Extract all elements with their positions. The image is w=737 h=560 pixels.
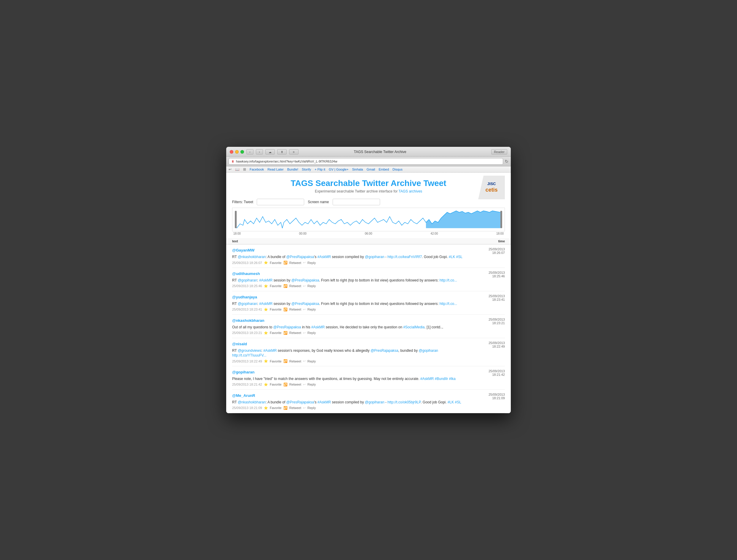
bookmark-facebook[interactable]: Facebook bbox=[250, 168, 264, 171]
hashtag-link[interactable]: #SL bbox=[455, 400, 461, 404]
tweet-username[interactable]: @nkashokbharan bbox=[232, 318, 265, 323]
close-button[interactable] bbox=[230, 150, 233, 154]
reply-button[interactable]: Reply bbox=[308, 359, 316, 363]
hashtag-link[interactable]: #AskMR bbox=[318, 400, 331, 404]
hashtag-link[interactable]: #BundlIr bbox=[435, 377, 448, 381]
retweet-button[interactable]: Retweet bbox=[289, 359, 301, 363]
address-bar[interactable]: ⏸ hawksey.info/tagsexplorer/arc.html?key… bbox=[229, 158, 503, 165]
screenname-filter-input[interactable] bbox=[333, 199, 380, 205]
hashtag-link[interactable]: #AskMR bbox=[259, 302, 273, 306]
favorite-button[interactable]: Favorite bbox=[270, 308, 282, 311]
favorite-button[interactable]: Favorite bbox=[270, 261, 282, 265]
column-headers: text time bbox=[226, 238, 511, 244]
tweet-text: RT @nkashokbharan: A bundle of @PresRaja… bbox=[232, 254, 505, 260]
favorite-button[interactable]: Favorite bbox=[270, 406, 282, 410]
hashtag-link[interactable]: #LK bbox=[448, 400, 454, 404]
tweet-username[interactable]: @nisald bbox=[232, 342, 247, 346]
bookmark-disqus[interactable]: Disqus bbox=[392, 168, 402, 171]
reply-button[interactable]: Reply bbox=[308, 331, 316, 335]
reload-button[interactable]: ↻ bbox=[505, 159, 508, 164]
reader-button[interactable]: Reader bbox=[491, 149, 507, 155]
mention-link[interactable]: @gopiharan bbox=[418, 349, 438, 353]
hashtag-link[interactable]: #AskMR bbox=[263, 349, 277, 353]
tweet-time: 25/09/2013 18:21:09 bbox=[488, 393, 505, 400]
mention-link[interactable]: @PresRajapaksa bbox=[292, 302, 319, 306]
hashtag-link[interactable]: #SL bbox=[456, 255, 462, 259]
bookmark-storify[interactable]: Storify bbox=[302, 168, 311, 171]
mention-link[interactable]: @nkashokbharan bbox=[238, 400, 266, 404]
mention-link[interactable]: @PresRajapaksa bbox=[273, 325, 301, 329]
reply-button[interactable]: Reply bbox=[308, 406, 316, 410]
page-title: TAGS Searchable Twitter Archive Tweet bbox=[232, 179, 505, 188]
jisc-text: JISC cetis bbox=[485, 182, 497, 193]
hashtag-link[interactable]: #AskMR bbox=[259, 278, 273, 282]
url-link[interactable]: http://t.co/ok05bjr9LP bbox=[387, 400, 421, 404]
hashtag-link[interactable]: #AskMR bbox=[420, 377, 434, 381]
mention-link[interactable]: @gopiharan bbox=[365, 255, 384, 259]
tags-archives-link[interactable]: TAGS archives bbox=[398, 189, 422, 193]
chart-labels: 18:00 00:00 06:00 42:00 18:00 bbox=[232, 231, 505, 236]
retweet-button[interactable]: Retweet bbox=[289, 383, 301, 386]
bookmark-readlater[interactable]: Read Later bbox=[268, 168, 284, 171]
chart-label-1: 18:00 bbox=[233, 232, 241, 235]
url-link[interactable]: http://t.co/keaFnVIRf7 bbox=[387, 255, 422, 259]
url-link[interactable]: http://t.co/YTIuuuFV... bbox=[232, 353, 267, 357]
mention-link[interactable]: @PresRajapaksa bbox=[287, 255, 314, 259]
retweet-button[interactable]: Retweet bbox=[289, 261, 301, 265]
page-title-tweet: Tweet bbox=[423, 179, 446, 188]
forward-button[interactable]: › bbox=[256, 149, 263, 155]
jisc-logo-inner: JISC cetis bbox=[478, 176, 505, 199]
back-icon: ↩ bbox=[229, 167, 232, 171]
url-link[interactable]: http://t.co... bbox=[440, 302, 457, 306]
retweet-button[interactable]: Retweet bbox=[289, 331, 301, 335]
bookmark-flipit[interactable]: + Flip it bbox=[315, 168, 325, 171]
traffic-lights bbox=[230, 150, 244, 154]
mention-link[interactable]: @PresRajapaksa bbox=[370, 349, 398, 353]
tweet-filter-input[interactable] bbox=[257, 199, 304, 205]
favorite-button[interactable]: Favorite bbox=[270, 331, 282, 335]
hashtag-link[interactable]: #AskMR bbox=[311, 325, 325, 329]
reply-button[interactable]: Reply bbox=[308, 261, 316, 265]
tweet-username[interactable]: @yudhanjaya bbox=[232, 295, 257, 299]
bookmark-embed[interactable]: Embed bbox=[378, 168, 389, 171]
tweet-username[interactable]: @GayanMW bbox=[232, 248, 255, 252]
tweet-row: @nisald 25/09/2013 18:22:49 RT @groundvi… bbox=[232, 338, 505, 367]
favorite-button[interactable]: Favorite bbox=[270, 383, 282, 386]
tweet-time: 25/09/2013 18:23:21 bbox=[488, 318, 505, 325]
bookmark-bundle[interactable]: Bundle! bbox=[287, 168, 298, 171]
mention-link[interactable]: @PresRajapaksa bbox=[287, 400, 314, 404]
tweet-actions: 25/09/2013 18:26:07 ⭐ Favorite 🔁 Retweet… bbox=[232, 261, 505, 265]
bookmarks-bar: ↩ 📖 ⊞ Facebook Read Later Bundle! Storif… bbox=[226, 166, 511, 173]
bookmark-gv[interactable]: GV | Google+ bbox=[329, 168, 349, 171]
reply-button[interactable]: Reply bbox=[308, 284, 316, 288]
tweet-username[interactable]: @Me_ArunR bbox=[232, 393, 255, 398]
mention-link[interactable]: @gopiharan bbox=[238, 302, 257, 306]
hashtag-link[interactable]: #SocialMedia bbox=[403, 325, 424, 329]
hashtag-link[interactable]: #lka bbox=[449, 377, 456, 381]
maximize-button[interactable] bbox=[241, 150, 244, 154]
chart-area[interactable] bbox=[232, 208, 505, 231]
bookmark-sinhala[interactable]: Sinhala bbox=[352, 168, 363, 171]
mention-link[interactable]: @gopiharan bbox=[238, 278, 257, 282]
mention-link[interactable]: @groundviews bbox=[238, 349, 262, 353]
url-link[interactable]: http://t.co... bbox=[440, 278, 457, 282]
retweet-button[interactable]: Retweet bbox=[289, 308, 301, 311]
mention-link[interactable]: @gopiharan bbox=[365, 400, 384, 404]
hashtag-link[interactable]: #AskMR bbox=[318, 255, 331, 259]
minimize-button[interactable] bbox=[235, 150, 239, 154]
tweet-username[interactable]: @gopiharan bbox=[232, 370, 255, 374]
reply-button[interactable]: Reply bbox=[308, 383, 316, 386]
retweet-button[interactable]: Retweet bbox=[289, 406, 301, 410]
mention-link[interactable]: @PresRajapaksa bbox=[292, 278, 319, 282]
mention-link[interactable]: @nkashokbharan bbox=[238, 255, 266, 259]
back-button[interactable]: ‹ bbox=[246, 149, 254, 155]
favorite-button[interactable]: Favorite bbox=[270, 284, 282, 288]
reply-button[interactable]: Reply bbox=[308, 308, 316, 311]
bookmark-gmail[interactable]: Gmail bbox=[367, 168, 375, 171]
tweet-username[interactable]: @udithaumesh bbox=[232, 271, 260, 276]
favorite-button[interactable]: Favorite bbox=[270, 359, 282, 363]
hashtag-link[interactable]: #LK bbox=[449, 255, 455, 259]
retweet-button[interactable]: Retweet bbox=[289, 284, 301, 288]
tweet-timestamp: 25/09/2013 18:23:21 bbox=[232, 331, 262, 335]
chart-svg bbox=[233, 208, 504, 231]
